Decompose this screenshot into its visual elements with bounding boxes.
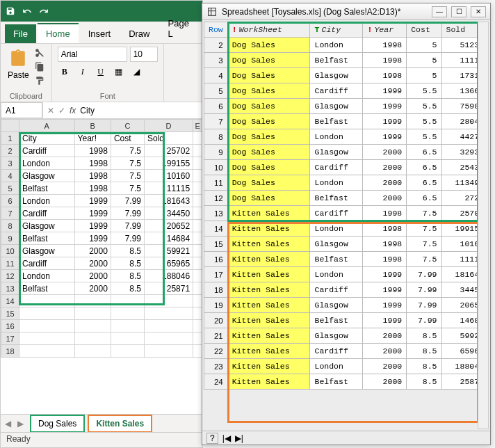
cell[interactable] xyxy=(193,257,202,270)
cell[interactable]: Glasgow xyxy=(19,245,75,257)
viewer-titlebar[interactable]: Spreadsheet [Toysales.xls] (Dog Sales!A2… xyxy=(202,3,490,20)
cell[interactable]: 7.99 xyxy=(111,220,144,232)
cell[interactable]: 25702 xyxy=(145,145,193,157)
cell[interactable]: Cardiff xyxy=(19,207,75,220)
row-header[interactable]: 9 xyxy=(1,232,19,245)
fill-color-icon[interactable]: ◢ xyxy=(130,65,144,79)
cell[interactable]: 8.5 xyxy=(111,270,144,282)
cell[interactable] xyxy=(111,333,144,345)
help-icon[interactable]: ? xyxy=(206,433,218,444)
enter-icon[interactable]: ✓ xyxy=(58,106,65,115)
cell[interactable] xyxy=(19,333,75,345)
row-header[interactable]: 17 xyxy=(1,333,19,345)
copy-icon[interactable] xyxy=(33,61,46,73)
cell[interactable] xyxy=(145,345,193,358)
col-year[interactable]: !Year xyxy=(363,22,407,38)
cell[interactable]: London xyxy=(19,195,75,207)
cell[interactable] xyxy=(193,282,202,295)
cell[interactable] xyxy=(193,232,202,245)
cell[interactable]: Cardiff xyxy=(19,145,75,157)
cell[interactable]: Belfast xyxy=(19,282,75,295)
viewer-row[interactable]: 16Kitten SalesBelfast19987.511115 xyxy=(204,252,489,267)
viewer-row[interactable]: 9Dog SalesGlasgow20006.532937 xyxy=(204,145,489,160)
cell[interactable]: 188046 xyxy=(145,270,193,282)
cell[interactable] xyxy=(145,320,193,333)
cell[interactable] xyxy=(74,320,111,333)
cell[interactable] xyxy=(193,220,202,232)
cell[interactable]: 8.5 xyxy=(111,245,144,257)
cell[interactable] xyxy=(19,320,75,333)
cell[interactable] xyxy=(193,182,202,195)
cell[interactable] xyxy=(19,295,75,307)
cell[interactable]: Glasgow xyxy=(19,220,75,232)
cell[interactable]: 2000 xyxy=(74,282,111,295)
row-header[interactable]: 5 xyxy=(1,182,19,195)
viewer-row[interactable]: 14Kitten SalesLondon19987.5199155 xyxy=(204,221,489,237)
cell[interactable]: 2000 xyxy=(74,257,111,270)
bold-button[interactable]: B xyxy=(58,65,72,79)
format-painter-icon[interactable] xyxy=(33,74,46,87)
cell[interactable]: 11115 xyxy=(145,182,193,195)
cell[interactable]: 199155 xyxy=(145,157,193,170)
sheet-nav-next-icon[interactable]: ▶ xyxy=(17,419,27,429)
cell[interactable]: 1999 xyxy=(74,220,111,232)
sheet-tab-kitten-sales[interactable]: Kitten Sales xyxy=(88,415,152,433)
cell[interactable]: Year! xyxy=(74,132,111,145)
sheet-tab-dog-sales[interactable]: Dog Sales xyxy=(30,415,85,433)
col-cost[interactable]: Cost xyxy=(407,22,441,38)
cell[interactable]: 14684 xyxy=(145,232,193,245)
cell[interactable] xyxy=(193,195,202,207)
cell[interactable] xyxy=(145,295,193,307)
col-city[interactable]: TCity xyxy=(310,22,363,38)
row-header[interactable]: 15 xyxy=(1,307,19,320)
tab-insert[interactable]: Insert xyxy=(80,24,120,43)
cell[interactable] xyxy=(111,320,144,333)
redo-icon[interactable] xyxy=(38,6,49,17)
undo-icon[interactable] xyxy=(22,6,33,17)
tab-home[interactable]: Home xyxy=(38,23,79,43)
column-header[interactable]: B xyxy=(74,120,111,132)
cell[interactable] xyxy=(193,270,202,282)
cell[interactable]: 10160 xyxy=(145,170,193,182)
cell[interactable]: 65965 xyxy=(145,257,193,270)
maximize-button[interactable]: ☐ xyxy=(451,6,466,17)
worksheet-grid[interactable]: ABCDE1CityYear!CostSold2Cardiff19987.525… xyxy=(1,119,202,358)
cell[interactable]: 8.5 xyxy=(111,257,144,270)
row-header[interactable]: 8 xyxy=(1,220,19,232)
viewer-row[interactable]: 12Dog SalesBelfast20006.52725 xyxy=(204,191,489,206)
cell[interactable]: 1998 xyxy=(74,170,111,182)
cell[interactable]: 25871 xyxy=(145,282,193,295)
cell[interactable] xyxy=(74,345,111,358)
cell[interactable] xyxy=(19,307,75,320)
cell[interactable]: 7.5 xyxy=(111,145,144,157)
viewer-row[interactable]: 21Kitten SalesGlasgow20008.559921 xyxy=(204,328,489,344)
cell[interactable]: 2000 xyxy=(74,270,111,282)
cell[interactable] xyxy=(111,295,144,307)
cell[interactable]: London xyxy=(19,157,75,170)
column-header[interactable] xyxy=(1,120,19,132)
viewer-row[interactable]: 22Kitten SalesCardiff20008.565965 xyxy=(204,344,489,359)
cell[interactable] xyxy=(111,307,144,320)
cell[interactable]: 7.99 xyxy=(111,207,144,220)
cell[interactable] xyxy=(193,295,202,307)
cell[interactable]: 8.5 xyxy=(111,282,144,295)
cell[interactable]: Cardiff xyxy=(19,257,75,270)
viewer-row[interactable]: 7Dog SalesBelfast19995.528044 xyxy=(204,114,489,129)
viewer-row[interactable]: 10Dog SalesCardiff20006.525439 xyxy=(204,160,489,175)
row-header[interactable]: 3 xyxy=(1,157,19,170)
font-size-input[interactable] xyxy=(130,47,158,62)
viewer-row[interactable]: 19Kitten SalesGlasgow19997.9920652 xyxy=(204,298,489,313)
cell[interactable]: Cost xyxy=(111,132,144,145)
close-button[interactable]: ✕ xyxy=(471,6,486,17)
cell[interactable]: City xyxy=(19,132,75,145)
cell[interactable] xyxy=(74,333,111,345)
tab-file[interactable]: File xyxy=(5,24,36,43)
cell[interactable]: 34450 xyxy=(145,207,193,220)
row-header[interactable]: 2 xyxy=(1,145,19,157)
cell[interactable]: 7.5 xyxy=(111,182,144,195)
cell[interactable]: 20652 xyxy=(145,220,193,232)
row-header[interactable]: 7 xyxy=(1,207,19,220)
cell[interactable]: Sold xyxy=(145,132,193,145)
cell[interactable]: 2000 xyxy=(74,245,111,257)
cell[interactable] xyxy=(193,333,202,345)
